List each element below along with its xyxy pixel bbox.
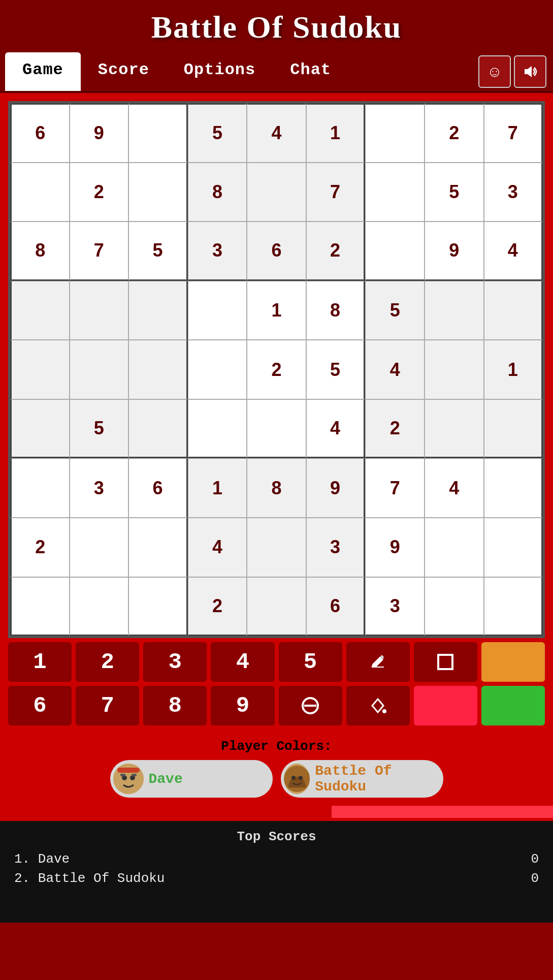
num-btn-8[interactable]: 8 [143,686,207,725]
cell[interactable]: 4 [365,340,425,399]
num-btn-4[interactable]: 4 [211,642,274,682]
cell[interactable]: 5 [188,103,247,163]
color-black-btn[interactable] [414,686,477,725]
cell[interactable]: 6 [247,222,306,281]
cell[interactable] [128,399,188,459]
cell[interactable]: 9 [70,103,129,163]
cell[interactable]: 7 [306,163,366,222]
cell[interactable]: 5 [306,340,366,399]
cell[interactable] [365,103,425,163]
cell[interactable] [484,577,543,637]
cell[interactable] [128,518,188,577]
color-orange-btn[interactable] [481,642,545,682]
cell[interactable]: 4 [188,518,247,577]
cell[interactable] [247,399,306,459]
cell[interactable]: 4 [484,222,543,281]
cell[interactable]: 9 [425,222,484,281]
cell[interactable]: 2 [10,518,70,577]
num-btn-1[interactable]: 1 [8,642,72,682]
tab-score[interactable]: Score [81,52,167,91]
cell[interactable] [247,518,306,577]
cell[interactable]: 7 [70,222,129,281]
cell[interactable] [425,399,484,459]
cell[interactable]: 3 [484,163,543,222]
cell[interactable] [484,399,543,459]
cell[interactable]: 2 [188,577,247,637]
cell[interactable] [70,281,129,340]
cell[interactable]: 6 [10,103,70,163]
tab-chat[interactable]: Chat [273,52,348,91]
cell[interactable]: 1 [484,340,543,399]
cell[interactable]: 9 [306,458,366,518]
cell[interactable] [425,340,484,399]
cell[interactable]: 6 [306,577,366,637]
cell[interactable]: 2 [247,340,306,399]
cell[interactable]: 5 [425,163,484,222]
cell[interactable]: 3 [306,518,366,577]
cell[interactable] [365,163,425,222]
cell[interactable]: 8 [306,281,366,340]
cell[interactable] [70,577,129,637]
cell[interactable] [70,340,129,399]
cell[interactable] [188,281,247,340]
fill-btn[interactable] [346,686,410,725]
cell[interactable] [484,281,543,340]
cell[interactable] [10,340,70,399]
cell[interactable]: 2 [306,222,366,281]
cell[interactable] [10,281,70,340]
num-btn-5[interactable]: 5 [279,642,342,682]
color-green-btn[interactable] [481,686,545,725]
cell[interactable] [128,340,188,399]
cell[interactable]: 7 [365,458,425,518]
cell[interactable] [365,222,425,281]
tab-options[interactable]: Options [167,52,273,91]
tab-game[interactable]: Game [5,52,81,91]
square-btn[interactable] [414,642,477,682]
smiley-icon[interactable]: ☺ [478,55,511,88]
num-btn-7[interactable]: 7 [76,686,139,725]
num-btn-9[interactable]: 9 [211,686,274,725]
cell[interactable] [10,399,70,459]
num-btn-6[interactable]: 6 [8,686,72,725]
cell[interactable]: 6 [128,458,188,518]
erase-btn[interactable] [279,686,342,725]
cell[interactable]: 1 [306,103,366,163]
cell[interactable]: 8 [247,458,306,518]
cell[interactable]: 3 [70,458,129,518]
cell[interactable]: 2 [425,103,484,163]
cell[interactable] [128,163,188,222]
num-btn-3[interactable]: 3 [143,642,207,682]
num-btn-2[interactable]: 2 [76,642,139,682]
cell[interactable] [10,458,70,518]
cell[interactable]: 1 [188,458,247,518]
cell[interactable]: 5 [128,222,188,281]
cell[interactable] [10,163,70,222]
cell[interactable]: 7 [484,103,543,163]
cell[interactable]: 4 [306,399,366,459]
cell[interactable] [128,577,188,637]
cell[interactable] [425,518,484,577]
cell[interactable]: 2 [70,163,129,222]
cell[interactable] [425,577,484,637]
cell[interactable] [247,163,306,222]
cell[interactable]: 8 [188,163,247,222]
cell[interactable]: 4 [425,458,484,518]
cell[interactable] [70,518,129,577]
cell[interactable]: 5 [365,281,425,340]
cell[interactable] [484,518,543,577]
cell[interactable] [128,281,188,340]
cell[interactable] [247,577,306,637]
cell[interactable] [484,458,543,518]
cell[interactable] [10,577,70,637]
cell[interactable]: 9 [365,518,425,577]
pencil-btn[interactable] [346,642,410,682]
cell[interactable] [188,399,247,459]
cell[interactable] [188,340,247,399]
cell[interactable] [128,103,188,163]
cell[interactable]: 8 [10,222,70,281]
sound-icon[interactable] [514,55,546,88]
cell[interactable]: 5 [70,399,129,459]
cell[interactable]: 3 [365,577,425,637]
cell[interactable]: 3 [188,222,247,281]
cell[interactable]: 1 [247,281,306,340]
